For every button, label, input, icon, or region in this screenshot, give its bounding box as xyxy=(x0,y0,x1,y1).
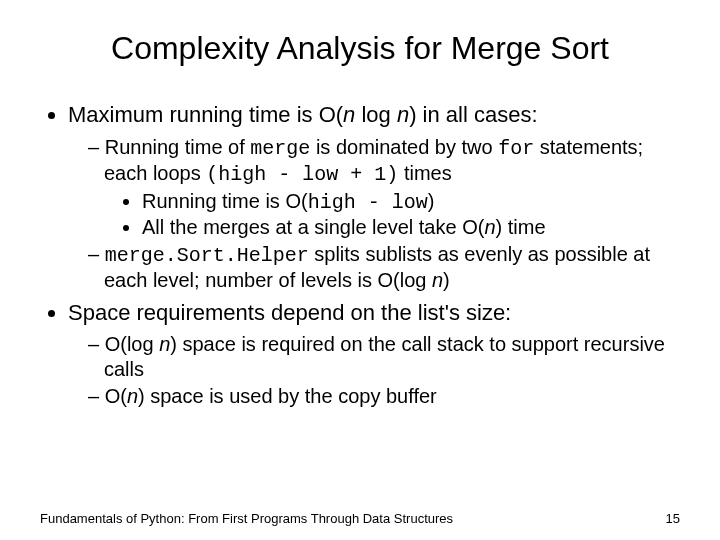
text: ) xyxy=(428,190,435,212)
text: Space requirements depend on the list's … xyxy=(68,300,511,325)
bullet-2: Space requirements depend on the list's … xyxy=(68,299,680,410)
text: log xyxy=(355,102,397,127)
code-helper: merge.Sort.Helper xyxy=(105,244,309,267)
footer-text: Fundamentals of Python: From First Progr… xyxy=(40,511,453,526)
sublist: Running time of merge is dominated by tw… xyxy=(68,135,680,293)
text: times xyxy=(398,162,451,184)
text: ) time xyxy=(496,216,546,238)
var-n: n xyxy=(484,216,495,238)
text: Maximum running time is O( xyxy=(68,102,343,127)
text: ) in all cases: xyxy=(409,102,537,127)
var-n: n xyxy=(343,102,355,127)
sub-bullet: O(log n) space is required on the call s… xyxy=(88,332,680,382)
var-n: n xyxy=(432,269,443,291)
subsub-bullet: All the merges at a single level take O(… xyxy=(142,215,680,240)
bullet-list: Maximum running time is O(n log n) in al… xyxy=(40,101,680,409)
slide: Complexity Analysis for Merge Sort Maxim… xyxy=(0,0,720,540)
footer: Fundamentals of Python: From First Progr… xyxy=(40,511,680,526)
var-n: n xyxy=(159,333,170,355)
page-number: 15 xyxy=(666,511,680,526)
text: ) xyxy=(443,269,450,291)
text: ) space is required on the call stack to… xyxy=(104,333,665,380)
sub-bullet: O(n) space is used by the copy buffer xyxy=(88,384,680,409)
code-expr: high - low xyxy=(308,191,428,214)
text: ) space is used by the copy buffer xyxy=(138,385,437,407)
text: Running time is O( xyxy=(142,190,308,212)
text: O( xyxy=(105,385,127,407)
var-n: n xyxy=(127,385,138,407)
slide-title: Complexity Analysis for Merge Sort xyxy=(40,30,680,67)
text: All the merges at a single level take O( xyxy=(142,216,484,238)
var-n: n xyxy=(397,102,409,127)
sub-bullet: merge.Sort.Helper splits sublists as eve… xyxy=(88,242,680,293)
text: is dominated by two xyxy=(310,136,498,158)
code-for: for xyxy=(498,137,534,160)
subsublist: Running time is O(high - low) All the me… xyxy=(104,189,680,240)
text: Running time of xyxy=(105,136,251,158)
code-merge: merge xyxy=(250,137,310,160)
sublist: O(log n) space is required on the call s… xyxy=(68,332,680,409)
code-expr: (high - low + 1) xyxy=(206,163,398,186)
bullet-1: Maximum running time is O(n log n) in al… xyxy=(68,101,680,293)
sub-bullet: Running time of merge is dominated by tw… xyxy=(88,135,680,240)
text: O(log xyxy=(105,333,159,355)
subsub-bullet: Running time is O(high - low) xyxy=(142,189,680,215)
